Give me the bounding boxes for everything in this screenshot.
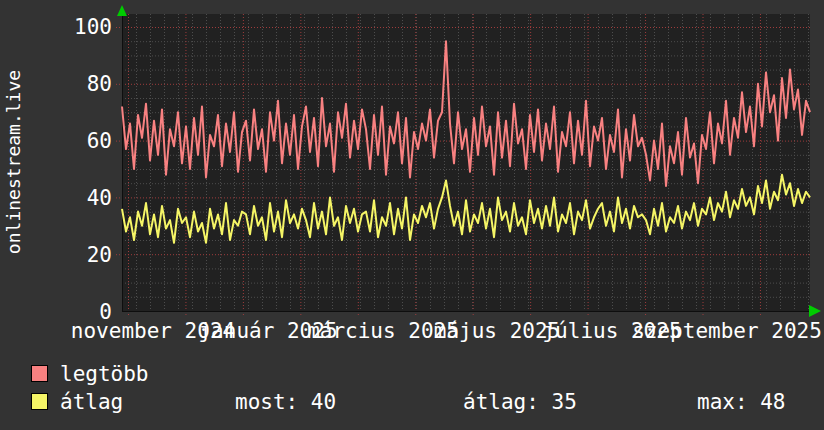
y-tick-60: 60 bbox=[40, 130, 112, 152]
y-tick-40: 40 bbox=[40, 187, 112, 209]
legend-label-legtobb: legtöbb bbox=[60, 363, 149, 385]
y-axis-arrow-icon bbox=[117, 5, 127, 16]
x-tick-szeptember-2025: szeptember 2025 bbox=[632, 320, 822, 342]
vertical-site-title: onlinestream.live bbox=[3, 32, 25, 292]
legend-swatch-atlag bbox=[31, 393, 48, 410]
legend-label-atlag: átlag bbox=[60, 391, 123, 413]
y-tick-80: 80 bbox=[40, 73, 112, 95]
mrtg-graph-page: onlinestream.live 100 80 60 40 20 0 nove… bbox=[0, 0, 824, 430]
legend-swatch-legtobb bbox=[31, 365, 48, 382]
stat-atlag: átlag: 35 bbox=[463, 391, 577, 413]
stat-most: most: 40 bbox=[235, 391, 336, 413]
x-axis-arrow-icon bbox=[809, 305, 821, 317]
plot-area bbox=[122, 14, 810, 311]
x-tick-majus-2025: május 2025 bbox=[434, 320, 560, 342]
stat-max: max: 48 bbox=[697, 391, 786, 413]
y-tick-20: 20 bbox=[40, 244, 112, 266]
y-tick-100: 100 bbox=[40, 16, 112, 38]
